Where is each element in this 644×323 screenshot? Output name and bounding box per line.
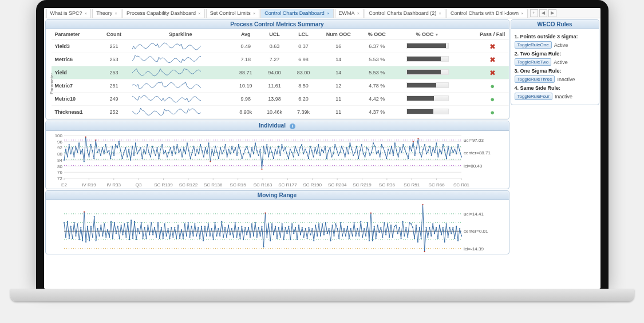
svg-point-387 — [204, 226, 205, 227]
close-icon[interactable]: × — [114, 11, 117, 16]
svg-point-44 — [101, 147, 102, 148]
col-Pass / Fail[interactable]: Pass / Fail — [471, 29, 509, 40]
col-Avg[interactable]: Avg — [232, 29, 259, 40]
tab-scroll-left-button[interactable]: ◀ — [539, 9, 547, 17]
svg-point-185 — [336, 149, 337, 150]
svg-point-343 — [131, 220, 132, 221]
cell-sparkline — [129, 93, 232, 106]
svg-point-449 — [308, 227, 309, 228]
info-icon[interactable]: i — [290, 123, 295, 129]
svg-text:lcl=-14.39: lcl=-14.39 — [464, 246, 484, 252]
moving-range-chart[interactable]: ucl=14.41center=0.01lcl=-14.39 — [46, 200, 509, 254]
tab-3[interactable]: Set Control Limits× — [206, 9, 260, 18]
table-row[interactable]: Yield32510.490.630.37166.37 %✖ — [52, 40, 509, 53]
close-icon[interactable]: × — [438, 11, 441, 16]
weco-toggle-button[interactable]: ToggleRuleFour — [515, 93, 552, 100]
svg-point-443 — [298, 225, 299, 226]
svg-point-322 — [95, 240, 96, 241]
metrics-table: ParameterCountSparklineAvgUCLLCLNum OOC%… — [52, 29, 509, 119]
tab-4[interactable]: Control Charts Dashboard× — [260, 9, 333, 18]
svg-point-66 — [138, 150, 139, 151]
cell-pctooc: 6.37 % — [360, 40, 394, 53]
col-Sparkline[interactable]: Sparkline — [129, 29, 232, 40]
svg-point-94 — [184, 153, 185, 154]
svg-point-355 — [151, 222, 152, 224]
svg-point-111 — [213, 155, 214, 156]
svg-text:SC R136: SC R136 — [204, 182, 223, 188]
col-% OOC[interactable]: % OOC▼ — [394, 29, 461, 40]
svg-point-399 — [224, 227, 226, 228]
svg-point-323 — [97, 228, 98, 229]
svg-point-153 — [283, 150, 284, 151]
cell-avg: 0.49 — [232, 40, 259, 53]
svg-text:76: 76 — [57, 170, 62, 175]
col-Parameter[interactable]: Parameter — [52, 29, 100, 40]
svg-point-39 — [93, 158, 94, 159]
weco-toggle-button[interactable]: ToggleRuleTwo — [515, 58, 552, 66]
individual-chart[interactable]: 72768084889296100E2IV R19IV R33Q3SC R109… — [46, 131, 509, 189]
svg-point-406 — [236, 237, 237, 238]
svg-point-386 — [202, 240, 203, 241]
svg-point-132 — [248, 151, 249, 153]
moving-range-panel: Moving Range ucl=14.41center=0.01lcl=-14… — [45, 190, 509, 254]
svg-point-222 — [397, 156, 398, 157]
svg-point-257 — [456, 153, 457, 154]
svg-point-105 — [203, 156, 204, 157]
svg-point-180 — [327, 150, 329, 151]
weco-rule-label: 4. Same Side Rule: — [515, 85, 595, 91]
svg-point-458 — [323, 234, 324, 236]
tab-5[interactable]: EWMA× — [335, 9, 364, 18]
svg-point-496 — [387, 224, 388, 225]
individual-title: Individual i — [46, 121, 509, 131]
close-icon[interactable]: × — [327, 11, 330, 16]
svg-point-461 — [328, 228, 329, 229]
close-icon[interactable]: × — [85, 11, 88, 16]
close-icon[interactable]: × — [253, 11, 256, 16]
close-icon[interactable]: × — [521, 11, 524, 16]
svg-point-479 — [358, 236, 359, 237]
svg-point-106 — [204, 147, 206, 148]
svg-point-510 — [410, 224, 412, 225]
weco-toggle-button[interactable]: ToggleRuleThree — [515, 75, 555, 83]
close-icon[interactable]: × — [198, 11, 201, 16]
tab-0[interactable]: What is SPC?× — [46, 9, 92, 18]
close-icon[interactable]: × — [357, 11, 360, 16]
tab-1[interactable]: Theory× — [92, 9, 121, 18]
svg-point-204 — [368, 149, 369, 150]
table-row[interactable]: Thickness12528.90k10.46k7.39k114.37 %● — [52, 106, 509, 119]
svg-point-196 — [354, 151, 355, 153]
tab-scroll-right-button[interactable]: ▶ — [548, 9, 556, 17]
svg-point-439 — [291, 224, 293, 225]
svg-point-169 — [309, 146, 310, 147]
svg-point-142 — [264, 153, 266, 154]
svg-point-410 — [243, 239, 244, 240]
weco-toggle-button[interactable]: ToggleRuleOne — [515, 41, 552, 49]
table-row[interactable]: Yield25388.7194.0083.00145.53 %✖ — [52, 66, 509, 79]
svg-point-73 — [149, 156, 151, 157]
svg-point-157 — [289, 149, 290, 150]
weco-rule-row: ToggleRuleTwoActive — [515, 58, 595, 66]
col-LCL[interactable]: LCL — [290, 29, 317, 40]
tab-2[interactable]: Process Capability Dashboard× — [123, 9, 205, 18]
svg-point-137 — [256, 150, 257, 151]
svg-point-171 — [313, 156, 314, 157]
col-% OOC[interactable]: % OOC — [360, 29, 394, 40]
tab-add-button[interactable]: + — [530, 9, 538, 17]
col-UCL[interactable]: UCL — [259, 29, 290, 40]
tab-6[interactable]: Control Charts Dashboard (2)× — [365, 9, 445, 18]
col-Num OOC[interactable]: Num OOC — [317, 29, 360, 40]
svg-point-526 — [437, 238, 438, 239]
svg-point-512 — [413, 238, 414, 239]
svg-point-485 — [368, 240, 369, 241]
table-row[interactable]: Metric102499.9813.986.20114.42 %● — [52, 93, 509, 106]
svg-point-259 — [459, 150, 460, 151]
col-Count[interactable]: Count — [99, 29, 129, 40]
svg-point-112 — [215, 146, 216, 147]
svg-point-140 — [261, 169, 262, 170]
tab-7[interactable]: Control Charts with Drill-down× — [447, 9, 528, 18]
table-row[interactable]: Metric62537.187.276.98145.53 %✖ — [52, 53, 509, 66]
col-bar[interactable] — [461, 29, 470, 40]
cell-spacer — [461, 66, 470, 79]
table-row[interactable]: Metric725110.1911.618.50124.78 %● — [52, 79, 509, 93]
svg-point-527 — [438, 225, 440, 226]
